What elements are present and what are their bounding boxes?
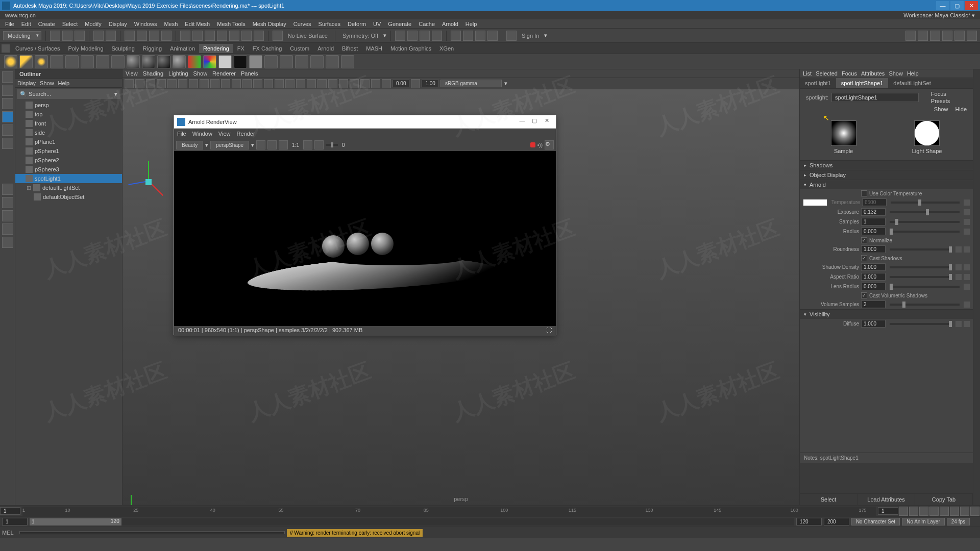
stepback-button[interactable] xyxy=(909,507,918,516)
vp-tool-icon[interactable] xyxy=(328,79,337,88)
grid-icon[interactable] xyxy=(180,31,190,41)
ae-exposure-field[interactable]: 0.132 xyxy=(861,208,886,216)
ae-temp-color[interactable] xyxy=(803,199,827,206)
shelf-tab-mash[interactable]: MASH xyxy=(362,44,386,53)
layout1-icon[interactable] xyxy=(2,184,13,195)
rotate-tool-icon[interactable] xyxy=(2,124,13,136)
curve5-icon[interactable] xyxy=(241,31,252,41)
shelf-tab-sculpt[interactable]: Sculpting xyxy=(108,44,139,53)
time-start-field[interactable]: 1 xyxy=(0,507,20,515)
ae-temp-field[interactable]: 6500 xyxy=(862,198,887,206)
rv-isolate-icon[interactable] xyxy=(256,140,265,149)
vp-colorspace-combo[interactable]: sRGB gamma xyxy=(440,80,502,87)
signin-button[interactable]: Sign In xyxy=(519,33,542,39)
vp-near-field[interactable]: 0.00 xyxy=(393,80,409,87)
tex1-icon[interactable] xyxy=(264,55,278,68)
menu-generate[interactable]: Generate xyxy=(385,21,414,27)
shader2-icon[interactable] xyxy=(111,55,125,68)
curve2-icon[interactable] xyxy=(205,31,215,41)
ae-connect-icon[interactable] xyxy=(964,302,970,308)
vp-tool-icon[interactable] xyxy=(232,79,241,88)
menu-meshtools[interactable]: Mesh Tools xyxy=(214,21,248,27)
vp-gate-icon[interactable] xyxy=(382,79,391,88)
sphere3-icon[interactable] xyxy=(157,55,170,68)
ae-usecolortemp-check[interactable] xyxy=(861,190,867,196)
menu-curves[interactable]: Curves xyxy=(290,21,314,27)
forward-button[interactable] xyxy=(970,507,979,516)
shelf-tab-bifrost[interactable]: Bifrost xyxy=(338,44,362,53)
outliner-search[interactable]: 🔍 Search... xyxy=(17,89,120,99)
undo-icon[interactable] xyxy=(93,31,104,41)
curve3-icon[interactable] xyxy=(217,31,227,41)
menu-deform[interactable]: Deform xyxy=(345,21,369,27)
ae-loadattr-button[interactable]: Load Attributes xyxy=(857,494,915,505)
panel6-icon[interactable] xyxy=(967,31,977,41)
workspace-combo[interactable]: Maya Classic* xyxy=(935,12,970,18)
playfwd-button[interactable] xyxy=(940,507,949,516)
rv-opt-icon[interactable] xyxy=(314,140,324,149)
ae-hide-button[interactable]: Hide xyxy=(952,105,970,113)
shelf-tab-render[interactable]: Rendering xyxy=(199,44,233,53)
keyback-button[interactable] xyxy=(919,507,928,516)
render-icon[interactable] xyxy=(395,31,405,41)
render3-icon[interactable] xyxy=(420,31,430,41)
sphere4-icon[interactable] xyxy=(173,55,186,68)
timeline-ticks[interactable]: 1102540557085100115130145160175 xyxy=(22,507,876,516)
ae-connect-icon[interactable] xyxy=(964,229,970,235)
ae-diffuse-field[interactable]: 1.000 xyxy=(861,320,886,328)
ae-castvol-check[interactable]: ✓ xyxy=(861,292,867,298)
vp-tool-icon[interactable] xyxy=(350,79,359,88)
menu-modify[interactable]: Modify xyxy=(82,21,104,27)
shelf-tab-rig[interactable]: Rigging xyxy=(139,44,166,53)
shelf-tab-arnold[interactable]: Arnold xyxy=(313,44,338,53)
shelf-tab-curves[interactable]: Curves / Surfaces xyxy=(11,44,64,53)
ae-connect-icon[interactable] xyxy=(964,209,970,215)
menu-select[interactable]: Select xyxy=(59,21,81,27)
ae-select-button[interactable]: Select xyxy=(800,494,857,505)
ae-focus-button[interactable]: Focus xyxy=(931,91,970,97)
range-bar[interactable]: 1120 xyxy=(30,518,794,525)
save-icon[interactable] xyxy=(75,31,85,41)
tex6-icon[interactable] xyxy=(341,55,354,68)
ae-connect-icon[interactable] xyxy=(964,264,970,270)
snap3-icon[interactable] xyxy=(149,31,159,41)
vp-show[interactable]: Show xyxy=(193,70,208,77)
vp-tool-icon[interactable] xyxy=(360,79,370,88)
ae-radius-field[interactable]: 0.000 xyxy=(861,228,886,235)
shader1-icon[interactable] xyxy=(96,55,109,68)
snap4-icon[interactable] xyxy=(161,31,172,41)
ae-help[interactable]: Help xyxy=(907,70,919,77)
tex5-icon[interactable] xyxy=(326,55,339,68)
shelf-toggle-icon[interactable] xyxy=(2,44,10,53)
ae-shadowdensity-field[interactable]: 1.000 xyxy=(861,263,886,271)
outliner-psphere3[interactable]: pSphere3 xyxy=(15,165,122,174)
outliner-display[interactable]: Display xyxy=(17,80,36,86)
vp-tool-icon[interactable] xyxy=(307,79,316,88)
rv-expand-icon[interactable]: ⛶ xyxy=(546,327,552,335)
panel3-icon[interactable] xyxy=(930,31,940,41)
close-button[interactable]: ✕ xyxy=(965,1,978,10)
layout3-icon[interactable] xyxy=(2,210,13,221)
shelf-tab-fxcache[interactable]: FX Caching xyxy=(249,44,286,53)
new-icon[interactable] xyxy=(50,31,60,41)
menu-windows[interactable]: Windows xyxy=(131,21,160,27)
ae-visibility-section[interactable]: Visibility xyxy=(800,310,973,319)
light-spot-icon[interactable] xyxy=(50,55,63,68)
ae-show[interactable]: Show xyxy=(889,70,903,77)
sphere1-icon[interactable] xyxy=(127,55,140,68)
layered-icon[interactable] xyxy=(203,55,216,68)
open-icon[interactable] xyxy=(62,31,72,41)
vp-lighting[interactable]: Lighting xyxy=(168,70,188,77)
menu-cache[interactable]: Cache xyxy=(415,21,438,27)
gray-icon[interactable] xyxy=(249,55,262,68)
rv-aov-combo[interactable]: Beauty xyxy=(176,141,203,149)
render2-icon[interactable] xyxy=(407,31,418,41)
ae-connect-icon[interactable] xyxy=(955,264,962,270)
tex3-icon[interactable] xyxy=(295,55,308,68)
shelf-tab-fx[interactable]: FX xyxy=(233,44,249,53)
vp-tool-icon[interactable] xyxy=(125,79,134,88)
rv-crop-icon[interactable] xyxy=(303,140,312,149)
light-area-icon[interactable] xyxy=(65,55,79,68)
lasso-tool-icon[interactable] xyxy=(2,85,13,96)
vp-tool-icon[interactable] xyxy=(242,79,252,88)
